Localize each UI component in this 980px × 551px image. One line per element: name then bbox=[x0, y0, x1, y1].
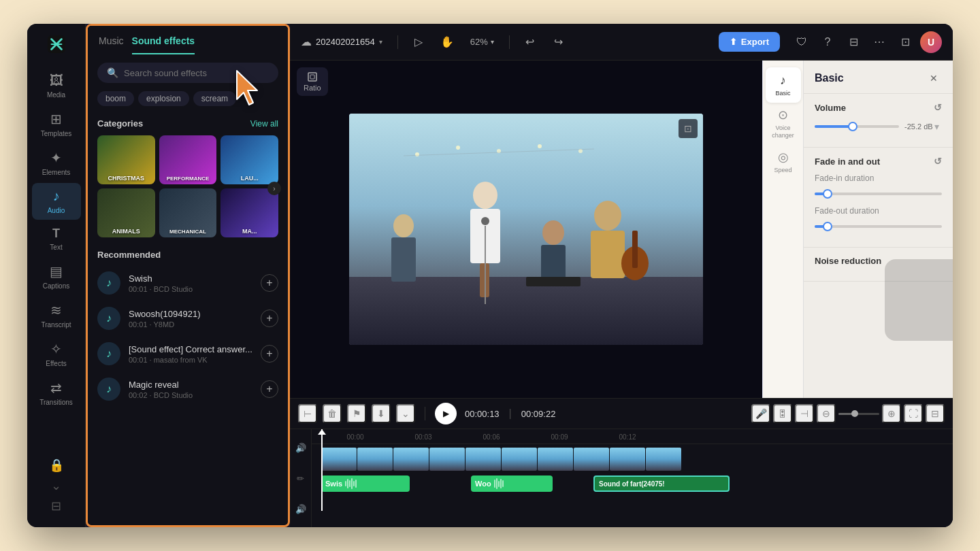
chevron-down-icon[interactable]: ⌄ bbox=[51, 478, 61, 493]
zoom-thumb[interactable] bbox=[851, 410, 858, 417]
sound-meta: 00:01 · BCD Studio bbox=[129, 285, 252, 293]
sidebar-item-effects[interactable]: ✧ Effects bbox=[32, 335, 81, 373]
sound-play-correct[interactable]: ♪ bbox=[97, 342, 120, 365]
layers-button[interactable]: ⊟ bbox=[843, 31, 864, 53]
sound-add-button[interactable]: + bbox=[261, 345, 278, 363]
audio-track-label: Sound of fart(24075! bbox=[599, 480, 665, 488]
audio-level-2-button[interactable]: 🔊 bbox=[295, 504, 306, 514]
more-tools-button[interactable]: ⌄ bbox=[396, 404, 415, 423]
search-bar: 🔍 bbox=[97, 63, 278, 83]
tab-speed[interactable]: ◎ Speed bbox=[766, 144, 801, 179]
tab-music[interactable]: Music bbox=[99, 35, 124, 54]
fade-in-slider[interactable] bbox=[815, 187, 942, 201]
sidebar-item-audio[interactable]: ♪ Audio bbox=[32, 183, 81, 220]
app-logo[interactable] bbox=[44, 32, 69, 56]
category-label: MECHANICAL bbox=[159, 229, 217, 235]
zoom-out-button[interactable]: ⊖ bbox=[817, 404, 836, 423]
lock-icon[interactable]: 🔒 bbox=[49, 458, 64, 473]
sidebar-item-elements[interactable]: ✦ Elements bbox=[32, 144, 81, 182]
fullscreen-icon[interactable]: ⊡ bbox=[679, 119, 698, 138]
sound-add-button[interactable]: + bbox=[261, 310, 278, 327]
sidebar-item-text[interactable]: T Text bbox=[32, 221, 81, 256]
more-button[interactable]: ⋯ bbox=[868, 31, 890, 53]
volume-reset-icon[interactable]: ↺ bbox=[934, 102, 942, 113]
export-button[interactable]: ⬆ Export bbox=[719, 32, 780, 52]
category-launch[interactable]: LAU... bbox=[220, 135, 278, 184]
volume-fill bbox=[815, 125, 853, 128]
volume-decrease-icon[interactable]: ▾ bbox=[934, 121, 939, 132]
zoom-control[interactable]: 62% ▾ bbox=[465, 34, 500, 50]
grid-icon[interactable]: ⊟ bbox=[51, 499, 61, 514]
sidebar-item-templates[interactable]: ⊞ Templates bbox=[32, 105, 81, 143]
tag-explosion[interactable]: explosion bbox=[138, 91, 189, 106]
split-view-button[interactable]: ⊡ bbox=[894, 31, 916, 53]
tab-sound-effects[interactable]: Sound effects bbox=[132, 35, 195, 54]
sound-item-swish[interactable]: ♪ Swish 00:01 · BCD Studio + bbox=[88, 265, 288, 301]
time-separator: | bbox=[509, 407, 512, 420]
zoom-value: 62% bbox=[470, 37, 488, 47]
category-mechanical[interactable]: MECHANICAL bbox=[159, 188, 217, 237]
undo-button[interactable]: ↩ bbox=[519, 31, 541, 53]
play-mode-button[interactable]: ▷ bbox=[408, 31, 429, 53]
volume-thumb[interactable] bbox=[848, 122, 858, 131]
playhead[interactable] bbox=[321, 429, 323, 511]
ratio-button[interactable]: Ratio bbox=[297, 67, 328, 96]
sidebar-item-captions[interactable]: ▤ Captions bbox=[32, 258, 81, 295]
search-input[interactable] bbox=[124, 68, 269, 78]
download-button[interactable]: ⬇ bbox=[372, 404, 391, 423]
sound-add-button[interactable]: + bbox=[261, 274, 278, 292]
sound-play-swish[interactable]: ♪ bbox=[97, 271, 120, 295]
volume-slider[interactable]: -25.2 dB ▾ bbox=[815, 120, 942, 133]
view-all-button[interactable]: View all bbox=[250, 119, 278, 129]
category-magic[interactable]: MA... bbox=[220, 188, 278, 237]
split-button[interactable]: ⊢ bbox=[298, 404, 317, 423]
sound-item-magic-reveal[interactable]: ♪ Magic reveal 00:02 · BCD Studio + bbox=[88, 371, 288, 407]
fade-out-thumb[interactable] bbox=[823, 222, 832, 231]
categories-next-arrow[interactable]: › bbox=[267, 182, 281, 195]
project-name-area[interactable]: ☁ 202402021654 ▾ bbox=[301, 35, 382, 48]
category-animals[interactable]: ANIMALS bbox=[97, 188, 155, 237]
hand-tool-button[interactable]: ✋ bbox=[436, 31, 458, 53]
category-performance[interactable]: PERFORMANCE bbox=[159, 135, 217, 184]
props-close-button[interactable]: ✕ bbox=[926, 70, 942, 86]
shield-button[interactable]: 🛡 bbox=[791, 31, 813, 53]
fade-out-slider[interactable] bbox=[815, 220, 942, 233]
tab-voice-changer[interactable]: ⊙ Voice changer bbox=[766, 105, 801, 141]
zoom-slider[interactable] bbox=[838, 413, 879, 415]
zoom-in-button[interactable]: ⊕ bbox=[882, 404, 901, 423]
category-christmas[interactable]: CHRISTMAS bbox=[97, 135, 155, 184]
microphone-button[interactable]: 🎤 bbox=[751, 404, 770, 423]
edit-button[interactable]: ✏ bbox=[297, 473, 304, 484]
delete-button[interactable]: 🗑 bbox=[323, 404, 342, 423]
timeline-play-button[interactable]: ▶ bbox=[435, 403, 457, 424]
fade-reset-icon[interactable]: ↺ bbox=[934, 156, 942, 167]
audio-track-fart[interactable]: Sound of fart(24075! bbox=[593, 475, 730, 492]
audio-level-button[interactable]: 🔊 bbox=[295, 443, 306, 453]
redo-button[interactable]: ↪ bbox=[548, 31, 570, 53]
settings-button[interactable]: ⊟ bbox=[926, 404, 945, 423]
audio-fx-button[interactable]: 🎛 bbox=[773, 404, 792, 423]
sound-play-swoosh[interactable]: ♪ bbox=[97, 307, 120, 330]
audio-split-button[interactable]: ⊣ bbox=[795, 404, 814, 423]
categories-header: Categories View all bbox=[88, 113, 288, 133]
sidebar-item-transitions[interactable]: ⇄ Transitions bbox=[32, 374, 81, 412]
flag-button[interactable]: ⚑ bbox=[347, 404, 366, 423]
tag-scream[interactable]: scream bbox=[193, 91, 236, 106]
sound-play-magic[interactable]: ♪ bbox=[97, 378, 120, 401]
tag-boom[interactable]: boom bbox=[97, 91, 134, 106]
sound-item-swoosh[interactable]: ♪ Swoosh(1094921) 00:01 · Y8MD + bbox=[88, 301, 288, 336]
audio-track-woo[interactable]: Woo bbox=[471, 475, 553, 492]
basic-tab-icon: ♪ bbox=[780, 73, 786, 88]
tab-basic[interactable]: ♪ Basic bbox=[766, 67, 801, 103]
sound-add-button[interactable]: + bbox=[261, 380, 278, 398]
sidebar-item-transcript[interactable]: ≋ Transcript bbox=[32, 297, 81, 334]
audio-track-swish[interactable]: Swis bbox=[321, 475, 410, 492]
fade-in-thumb[interactable] bbox=[823, 189, 832, 199]
sidebar-item-media[interactable]: 🖼 Media bbox=[32, 67, 81, 104]
user-avatar[interactable]: U bbox=[920, 31, 942, 53]
sound-item-correct[interactable]: ♪ [Sound effect] Correct answer... 00:01… bbox=[88, 336, 288, 371]
fullscreen-timeline-button[interactable]: ⛶ bbox=[904, 404, 923, 423]
help-button[interactable]: ? bbox=[817, 31, 838, 53]
sound-info: Magic reveal 00:02 · BCD Studio bbox=[129, 380, 252, 399]
video-strip[interactable] bbox=[321, 448, 730, 471]
